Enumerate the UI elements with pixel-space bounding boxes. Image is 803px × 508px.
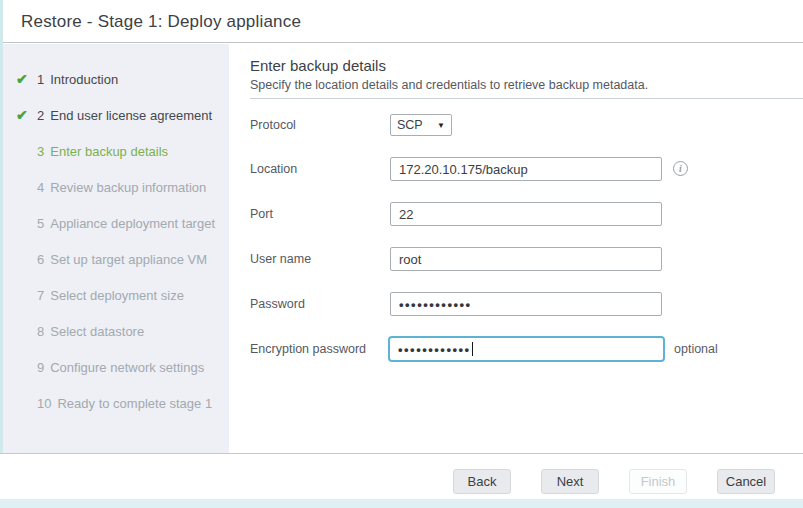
encryption-password-masked-value: ••••••••••••	[398, 343, 471, 356]
cancel-button[interactable]: Cancel	[717, 469, 775, 494]
password-row: Password ••••••••••••	[250, 292, 803, 316]
wizard-step-list: ✔ 1 Introduction ✔ 2 End user license ag…	[3, 44, 229, 421]
port-row: Port	[250, 202, 803, 226]
sidebar-step-select-datastore: 8 Select datastore	[3, 313, 229, 349]
section-heading: Enter backup details	[250, 57, 386, 74]
sidebar-step-set-up-target-appliance-vm: 6 Set up target appliance VM	[3, 241, 229, 277]
protocol-selected-value: SCP	[397, 118, 423, 132]
sidebar-step-review-backup-information: 4 Review backup information	[3, 169, 229, 205]
location-label: Location	[250, 157, 297, 181]
wizard-footer: Back Next Finish Cancel	[0, 454, 803, 499]
location-row: Location i	[250, 157, 803, 181]
port-label: Port	[250, 202, 273, 226]
username-label: User name	[250, 247, 311, 271]
wizard-steps-sidebar: ✔ 1 Introduction ✔ 2 End user license ag…	[3, 44, 229, 453]
encryption-password-input[interactable]: ••••••••••••	[388, 336, 665, 362]
protocol-label: Protocol	[250, 114, 296, 136]
next-button[interactable]: Next	[541, 469, 599, 494]
section-divider	[250, 98, 803, 99]
encryption-password-label: Encryption password	[250, 336, 366, 362]
password-input[interactable]: ••••••••••••	[390, 292, 662, 316]
footer-buttons: Back Next Finish Cancel	[453, 469, 775, 494]
password-masked-value: ••••••••••••	[399, 298, 472, 311]
section-description: Specify the location details and credent…	[250, 78, 648, 92]
protocol-row: Protocol SCP ▼	[250, 114, 803, 136]
sidebar-step-appliance-deployment-target: 5 Appliance deployment target	[3, 205, 229, 241]
back-button[interactable]: Back	[453, 469, 511, 494]
chevron-down-icon: ▼	[437, 121, 445, 130]
sidebar-step-enter-backup-details[interactable]: 3 Enter backup details	[3, 133, 229, 169]
sidebar-step-configure-network-settings: 9 Configure network settings	[3, 349, 229, 385]
check-icon: ✔	[16, 72, 37, 86]
wizard-title-bar: Restore - Stage 1: Deploy appliance	[3, 0, 803, 43]
password-label: Password	[250, 292, 305, 316]
encryption-password-row: Encryption password •••••••••••• optiona…	[250, 336, 803, 362]
info-icon[interactable]: i	[673, 161, 688, 176]
sidebar-step-ready-to-complete: 10 Ready to complete stage 1	[3, 385, 229, 421]
username-row: User name	[250, 247, 803, 271]
finish-button: Finish	[629, 469, 687, 494]
optional-note: optional	[674, 336, 718, 362]
location-input[interactable]	[390, 157, 662, 181]
page-title: Restore - Stage 1: Deploy appliance	[21, 12, 301, 32]
port-input[interactable]	[390, 202, 662, 226]
username-input[interactable]	[390, 247, 662, 271]
check-icon: ✔	[16, 108, 37, 122]
window-bottom-edge	[0, 499, 803, 508]
sidebar-step-introduction[interactable]: ✔ 1 Introduction	[3, 61, 229, 97]
text-cursor	[472, 342, 473, 356]
wizard-content-panel: Enter backup details Specify the locatio…	[229, 44, 803, 453]
sidebar-step-select-deployment-size: 7 Select deployment size	[3, 277, 229, 313]
protocol-select[interactable]: SCP ▼	[390, 114, 452, 136]
sidebar-step-eula[interactable]: ✔ 2 End user license agreement	[3, 97, 229, 133]
